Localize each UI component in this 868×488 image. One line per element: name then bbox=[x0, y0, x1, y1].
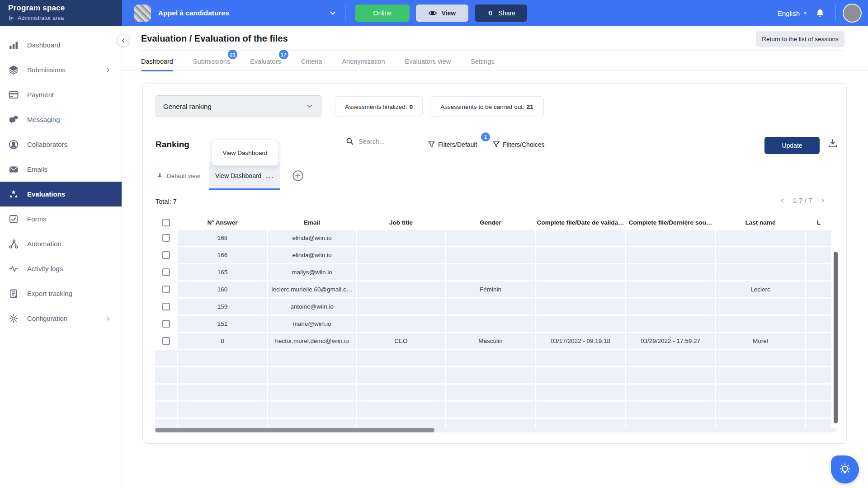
online-status-button[interactable]: Online bbox=[355, 5, 410, 22]
sidebar-item-collaborators[interactable]: Collaborators bbox=[0, 132, 122, 157]
sidebar-item-messaging[interactable]: Messaging bbox=[0, 107, 122, 132]
sidebar-item-forms[interactable]: Forms bbox=[0, 206, 122, 231]
pagination-prev-icon[interactable] bbox=[779, 197, 786, 204]
sidebar-item-label: Activity logs bbox=[27, 265, 122, 272]
row-checkbox[interactable] bbox=[162, 303, 170, 310]
return-to-sessions-button[interactable]: Return to the list of sessions bbox=[756, 31, 844, 47]
user-avatar[interactable] bbox=[843, 4, 862, 23]
credit-card-icon bbox=[8, 89, 19, 100]
horizontal-scrollbar-thumb[interactable] bbox=[155, 428, 434, 432]
default-view-tab[interactable]: Default view bbox=[156, 162, 200, 189]
empty-cell bbox=[446, 367, 535, 383]
download-icon[interactable] bbox=[827, 138, 838, 149]
export-icon bbox=[8, 288, 19, 299]
pagination-range: 1-7 / 7 bbox=[793, 197, 812, 204]
table-row[interactable]: 159antoine@wiin.io bbox=[155, 299, 831, 314]
language-selector[interactable]: English bbox=[778, 9, 808, 17]
notification-bell-icon[interactable] bbox=[815, 8, 825, 18]
sidebar-item-export-tracking[interactable]: Export tracking bbox=[0, 281, 122, 306]
help-fab-button[interactable] bbox=[831, 455, 859, 483]
table-row[interactable]: 165mailys@wiin.io bbox=[155, 264, 831, 280]
table-cell: 03/29/2022 - 17:59:27 bbox=[626, 333, 715, 349]
sidebar-collapse-button[interactable] bbox=[117, 34, 129, 47]
table-row[interactable]: 166elinda@wiin.io bbox=[155, 247, 831, 263]
table-cell: 168 bbox=[178, 230, 267, 246]
table-cell bbox=[716, 264, 805, 280]
sidebar-item-submissions[interactable]: Submissions bbox=[0, 57, 122, 82]
tab-evaluators-view[interactable]: Evaluators view bbox=[405, 52, 451, 70]
sidebar-item-automation[interactable]: Automation bbox=[0, 231, 122, 256]
row-checkbox[interactable] bbox=[162, 337, 170, 345]
empty-cell bbox=[716, 402, 805, 418]
language-label: English bbox=[778, 9, 800, 17]
tab-label: Anonymization bbox=[342, 58, 385, 65]
funnel-icon bbox=[428, 141, 435, 148]
sidebar-item-evaluations[interactable]: Evaluations bbox=[0, 182, 122, 206]
sidebar-item-dashboard[interactable]: Dashboard bbox=[0, 33, 122, 57]
table-cell: 160 bbox=[178, 282, 267, 297]
administrator-area-link[interactable]: Administrator area bbox=[8, 15, 122, 21]
tab-evaluators[interactable]: Evaluators17 bbox=[250, 52, 281, 70]
table-row[interactable]: 168elinda@wiin.io bbox=[155, 230, 831, 246]
search-input[interactable] bbox=[359, 138, 426, 145]
empty-cell bbox=[446, 385, 535, 400]
table-cell: 165 bbox=[178, 264, 267, 280]
sidebar-item-activity-logs[interactable]: Activity logs bbox=[0, 256, 122, 281]
table-cell bbox=[536, 247, 625, 263]
table-cell: 03/17/2022 - 09:19:18 bbox=[536, 333, 625, 349]
active-view-tab[interactable]: View Dashboard ... bbox=[209, 162, 280, 189]
view-button[interactable]: View bbox=[416, 5, 468, 22]
sidebar-item-payment[interactable]: Payment bbox=[0, 82, 122, 107]
tab-label: Dashboard bbox=[141, 58, 173, 65]
share-button[interactable]: Share bbox=[475, 5, 527, 22]
pagination-next-icon[interactable] bbox=[820, 197, 826, 204]
empty-cell bbox=[626, 385, 715, 400]
table-cell bbox=[806, 264, 831, 280]
table-cell bbox=[806, 230, 831, 246]
tab-label: Evaluators bbox=[250, 58, 281, 65]
table-row[interactable]: 8hector.morel.demo@wiin.ioCEOMasculin03/… bbox=[155, 333, 831, 349]
tab-criteria[interactable]: Criteria bbox=[301, 52, 322, 70]
tab-anonymization[interactable]: Anonymization bbox=[342, 52, 385, 70]
table-cell bbox=[806, 299, 831, 314]
select-all-checkbox[interactable] bbox=[162, 219, 170, 226]
total-count: Total: 7 bbox=[156, 198, 177, 205]
tab-dashboard[interactable]: Dashboard bbox=[141, 52, 173, 70]
row-checkbox[interactable] bbox=[162, 234, 170, 242]
row-checkbox[interactable] bbox=[162, 320, 170, 328]
sidebar-item-configuration[interactable]: Configuration bbox=[0, 306, 122, 331]
row-checkbox-cell bbox=[155, 230, 177, 246]
table-cell: Leclerc bbox=[716, 282, 805, 297]
add-view-button[interactable] bbox=[292, 170, 304, 182]
filters-choices-button[interactable]: Filters/Choices bbox=[492, 141, 545, 148]
filters-default-button[interactable]: Filters/Default bbox=[428, 141, 477, 148]
sidebar-item-emails[interactable]: Emails bbox=[0, 157, 122, 182]
assessments-finalized-label: Assessments finalized: bbox=[345, 103, 407, 110]
row-checkbox[interactable] bbox=[162, 286, 170, 293]
empty-cell bbox=[536, 385, 625, 400]
update-button[interactable]: Update bbox=[764, 137, 820, 154]
pin-icon bbox=[156, 173, 163, 179]
layers-icon bbox=[8, 65, 19, 75]
ranking-type-select[interactable]: General ranking bbox=[156, 95, 321, 117]
program-switcher-chevron-down-icon[interactable] bbox=[329, 9, 337, 17]
table-row[interactable]: 160leclerc.murielle.60@gmail.c…FémininLe… bbox=[155, 282, 831, 297]
empty-cell bbox=[716, 367, 805, 383]
program-avatar bbox=[134, 5, 151, 22]
empty-cell bbox=[155, 350, 177, 366]
ranking-type-value: General ranking bbox=[163, 103, 306, 110]
table-row[interactable]: 151marie@wiin.io bbox=[155, 316, 831, 332]
tab-submissions[interactable]: Submissions21 bbox=[193, 52, 230, 70]
column-header: Email bbox=[268, 216, 356, 229]
lightbulb-icon bbox=[837, 462, 853, 477]
row-checkbox[interactable] bbox=[162, 251, 170, 259]
table-cell bbox=[626, 247, 715, 263]
empty-cell bbox=[155, 419, 177, 429]
empty-cell bbox=[357, 402, 445, 418]
row-checkbox[interactable] bbox=[162, 268, 170, 276]
view-more-options[interactable]: ... bbox=[266, 172, 274, 179]
tab-settings[interactable]: Settings bbox=[471, 52, 494, 70]
vertical-scrollbar-thumb[interactable] bbox=[834, 252, 838, 423]
empty-cell bbox=[536, 350, 625, 366]
table-cell bbox=[536, 264, 625, 280]
